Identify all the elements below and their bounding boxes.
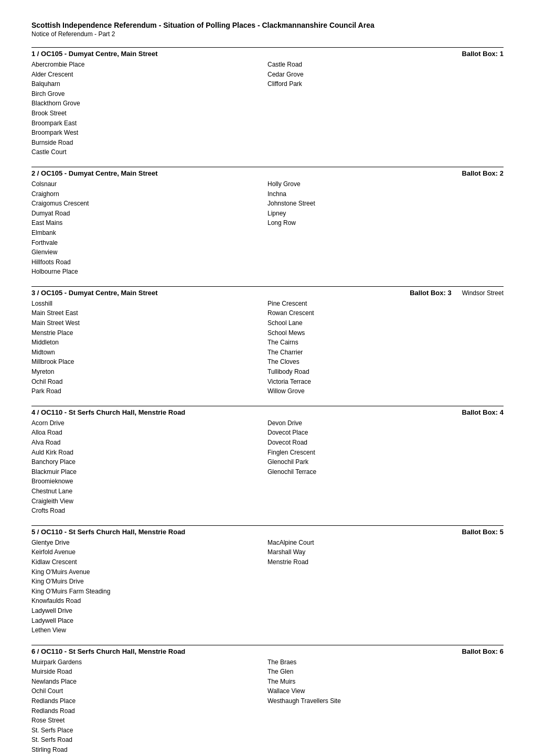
streets-container-1: Abercrombie PlaceAlder CrescentBalquharn…: [31, 60, 504, 157]
street-item: Craigomus Crescent: [31, 199, 268, 209]
section-4: 4 / OC110 - St Serfs Church Hall, Menstr…: [31, 406, 504, 516]
street-item: Birch Grove: [31, 89, 268, 99]
section-header-5: 5 / OC110 - St Serfs Church Hall, Menstr…: [31, 525, 504, 536]
street-item: Newlands Place: [31, 677, 268, 687]
street-item: Pine Crescent: [268, 299, 504, 309]
ballot-box-3: Ballot Box: 3Windsor Street: [410, 289, 504, 297]
street-item: Alder Crescent: [31, 70, 268, 80]
street-item: Muirpark Gardens: [31, 657, 268, 667]
street-item: Main Street East: [31, 308, 268, 318]
streets-col2-2: Holly GroveInchnaJohnstone StreetLipneyL…: [268, 179, 504, 277]
street-item: Broompark East: [31, 118, 268, 128]
street-item: East Mains: [31, 218, 268, 228]
street-item: Kidlaw Crescent: [31, 557, 268, 567]
street-item: Ladywell Place: [31, 616, 268, 626]
street-item: Finglen Crescent: [268, 448, 504, 458]
street-item: Broomieknowe: [31, 477, 268, 487]
street-item: Abercrombie Place: [31, 60, 268, 70]
section-6: 6 / OC110 - St Serfs Church Hall, Menstr…: [31, 645, 504, 755]
street-item: Blackmuir Place: [31, 467, 268, 477]
street-item: Hillfoots Road: [31, 257, 268, 267]
street-item: Alva Road: [31, 438, 268, 448]
street-item: The Cloves: [268, 357, 504, 367]
street-item: Middleton: [31, 338, 268, 348]
sections-container: 1 / OC105 - Dumyat Centre, Main StreetBa…: [31, 47, 504, 755]
street-item: Devon Drive: [268, 418, 504, 428]
ballot-box-1: Ballot Box: 1: [462, 50, 504, 58]
section-5: 5 / OC110 - St Serfs Church Hall, Menstr…: [31, 525, 504, 635]
street-item: Auld Kirk Road: [31, 448, 268, 458]
street-item: Menstrie Road: [268, 557, 504, 567]
street-item: Keirfold Avenue: [31, 547, 268, 557]
street-item: Dovecot Place: [268, 428, 504, 438]
street-item: Brook Street: [31, 109, 268, 118]
streets-container-2: ColsnaurCraighornCraigomus CrescentDumya…: [31, 179, 504, 277]
street-item: Castle Road: [268, 60, 504, 70]
street-item: Glenview: [31, 247, 268, 257]
street-item: Crofts Road: [31, 506, 268, 516]
street-item: Willow Grove: [268, 386, 504, 396]
street-item: Ladywell Drive: [31, 606, 268, 616]
street-item: Dumyat Road: [31, 209, 268, 219]
street-item: Rose Street: [31, 716, 268, 726]
street-item: Glentye Drive: [31, 538, 268, 548]
street-item: Cedar Grove: [268, 70, 504, 80]
page-title: Scottish Independence Referendum - Situa…: [31, 21, 504, 29]
section-title-6: 6 / OC110 - St Serfs Church Hall, Menstr…: [31, 647, 185, 655]
street-item: Colsnaur: [31, 179, 268, 189]
street-item: St. Serfs Road: [31, 735, 268, 745]
street-item: Alloa Road: [31, 428, 268, 438]
street-item: Redlands Place: [31, 696, 268, 706]
street-item: The Muirs: [268, 677, 504, 687]
streets-col2-6: The BraesThe GlenThe MuirsWallace ViewWe…: [268, 657, 504, 755]
street-item: Blackthorn Grove: [31, 99, 268, 109]
street-item: School Lane: [268, 318, 504, 328]
street-item: Stirling Road: [31, 745, 268, 755]
streets-container-6: Muirpark GardensMuirside RoadNewlands Pl…: [31, 657, 504, 755]
street-item: Clifford Park: [268, 79, 504, 89]
street-item: Losshill: [31, 299, 268, 309]
street-item: Broompark West: [31, 128, 268, 138]
street-item: Elmbank: [31, 228, 268, 238]
section-header-6: 6 / OC110 - St Serfs Church Hall, Menstr…: [31, 645, 504, 655]
street-item: St. Serfs Place: [31, 726, 268, 736]
street-item: School Mews: [268, 328, 504, 338]
section-header-1: 1 / OC105 - Dumyat Centre, Main StreetBa…: [31, 47, 504, 58]
street-item: Glenochil Park: [268, 457, 504, 467]
section-header-4: 4 / OC110 - St Serfs Church Hall, Menstr…: [31, 406, 504, 416]
street-item: Midtown: [31, 348, 268, 358]
streets-col2-5: MacAlpine CourtMarshall WayMenstrie Road: [268, 538, 504, 635]
street-item: Inchna: [268, 189, 504, 199]
street-item: Glenochil Terrace: [268, 467, 504, 477]
section-header-2: 2 / OC105 - Dumyat Centre, Main StreetBa…: [31, 167, 504, 177]
street-item: Lipney: [268, 209, 504, 219]
section-3: 3 / OC105 - Dumyat Centre, Main StreetBa…: [31, 286, 504, 396]
street-item: Ochil Road: [31, 377, 268, 387]
street-item: Rowan Crescent: [268, 308, 504, 318]
street-item: Tullibody Road: [268, 367, 504, 377]
street-item: King O'Muirs Drive: [31, 577, 268, 587]
street-item: Craigleith View: [31, 496, 268, 506]
section-1: 1 / OC105 - Dumyat Centre, Main StreetBa…: [31, 47, 504, 157]
streets-col1-3: LosshillMain Street EastMain Street West…: [31, 299, 268, 396]
section-title-3: 3 / OC105 - Dumyat Centre, Main Street: [31, 289, 158, 297]
street-item: The Charrier: [268, 348, 504, 358]
street-item: Marshall Way: [268, 547, 504, 557]
street-item: Knowfaulds Road: [31, 596, 268, 606]
section-title-1: 1 / OC105 - Dumyat Centre, Main Street: [31, 50, 158, 58]
streets-col2-4: Devon DriveDovecot PlaceDovecot RoadFing…: [268, 418, 504, 516]
street-item: Dovecot Road: [268, 438, 504, 448]
street-item: Millbrook Place: [31, 357, 268, 367]
street-item: King O'Muirs Farm Steading: [31, 587, 268, 597]
street-item: King O'Muirs Avenue: [31, 567, 268, 577]
streets-col1-4: Acorn DriveAlloa RoadAlva RoadAuld Kirk …: [31, 418, 268, 516]
street-item: Main Street West: [31, 318, 268, 328]
street-item: Acorn Drive: [31, 418, 268, 428]
ballot-box-5: Ballot Box: 5: [462, 528, 504, 536]
street-item: The Braes: [268, 657, 504, 667]
streets-col1-1: Abercrombie PlaceAlder CrescentBalquharn…: [31, 60, 268, 157]
street-item: Park Road: [31, 386, 268, 396]
street-item: The Glen: [268, 667, 504, 677]
section-2: 2 / OC105 - Dumyat Centre, Main StreetBa…: [31, 167, 504, 277]
ballot-box-6: Ballot Box: 6: [462, 647, 504, 655]
